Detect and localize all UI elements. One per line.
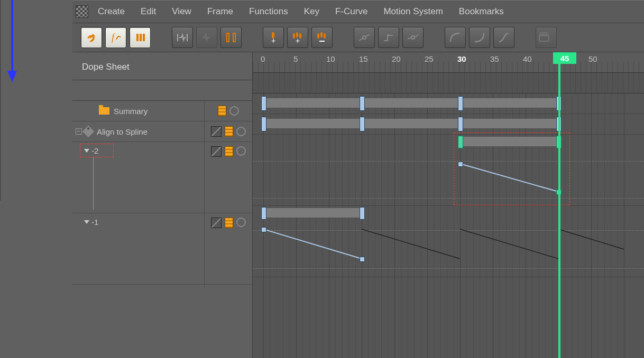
menu-motion-system[interactable]: Motion System — [383, 6, 443, 17]
dope-sheet-panel: Create Edit View Frame Functions Key F-C… — [72, 0, 644, 358]
track-label: -2 — [91, 146, 98, 155]
ease-in-button[interactable] — [469, 27, 490, 48]
svg-rect-15 — [320, 32, 323, 37]
autoscroll-button[interactable] — [172, 27, 193, 48]
keyframe[interactable] — [360, 96, 365, 111]
mute-icon[interactable] — [211, 218, 222, 228]
keyframe[interactable] — [458, 117, 463, 131]
svg-rect-16 — [324, 33, 326, 39]
chevron-down-icon[interactable] — [84, 149, 89, 153]
menu-view[interactable]: View — [172, 6, 191, 17]
curve-point[interactable] — [360, 257, 365, 262]
hierarchy-panel: Dope Sheet Summary − — [72, 52, 253, 358]
menu-frame[interactable]: Frame — [207, 6, 233, 17]
svg-point-19 — [387, 34, 389, 36]
key-mode-button[interactable] — [81, 27, 102, 48]
keyframe[interactable] — [261, 96, 266, 111]
timeline-row[interactable] — [253, 277, 644, 358]
tangent-linear-button[interactable] — [354, 27, 375, 48]
tag-icon — [82, 126, 95, 138]
ruler-tick: 35 — [490, 54, 499, 63]
timeline-row[interactable] — [253, 135, 644, 206]
record-icon[interactable] — [236, 218, 246, 227]
curve-point[interactable] — [261, 227, 266, 232]
tangent-spline-button[interactable] — [402, 27, 424, 48]
svg-rect-17 — [319, 41, 325, 42]
svg-line-28 — [558, 229, 624, 249]
track-area[interactable] — [253, 93, 644, 358]
ruler-tick: 15 — [359, 54, 368, 63]
ruler-tick: 50 — [588, 54, 597, 63]
range-button[interactable] — [220, 27, 242, 48]
timeline-row[interactable] — [253, 93, 644, 114]
menu-functions[interactable]: Functions — [249, 6, 288, 17]
playhead[interactable]: 45 — [558, 52, 560, 358]
svg-text:+: + — [271, 36, 275, 44]
track-label: -1 — [91, 218, 98, 227]
chevron-down-icon[interactable] — [84, 220, 89, 224]
curve-point[interactable] — [458, 162, 463, 167]
svg-rect-14 — [317, 33, 319, 39]
svg-text:+: + — [296, 36, 300, 44]
film-icon[interactable] — [225, 218, 233, 228]
ruler-tick: 20 — [392, 54, 401, 63]
track-align-to-spline[interactable]: − Align to Spline — [72, 121, 252, 142]
keyframe[interactable] — [261, 117, 266, 131]
mute-icon[interactable] — [211, 126, 222, 137]
menu-bar: Create Edit View Frame Functions Key F-C… — [72, 0, 644, 23]
autoscroll-off-button[interactable] — [196, 27, 217, 48]
add-key-button[interactable]: + — [263, 27, 284, 48]
ease-out-button[interactable] — [445, 27, 466, 48]
app-checker-icon[interactable] — [76, 5, 88, 18]
motion-mode-button[interactable] — [130, 27, 151, 48]
axis-arrow-icon — [4, 0, 20, 82]
ease-button[interactable] — [493, 27, 514, 48]
track-minus2[interactable]: -2 — [72, 142, 252, 213]
menu-fcurve[interactable]: F-Curve — [335, 6, 367, 17]
track-summary[interactable]: Summary — [72, 101, 252, 121]
mute-icon[interactable] — [211, 146, 222, 157]
record-icon[interactable] — [236, 127, 246, 136]
record-icon[interactable] — [229, 106, 239, 116]
folder-icon — [99, 107, 109, 115]
track-label: Summary — [114, 107, 148, 116]
ruler-tick: 25 — [425, 54, 434, 63]
panel-title: Dope Sheet — [72, 52, 252, 80]
remove-keys-button[interactable] — [311, 27, 333, 48]
svg-rect-5 — [143, 34, 145, 41]
timeline[interactable]: 05101520253035404550 45 — [253, 52, 644, 358]
camera-button[interactable] — [536, 27, 557, 48]
left-margin — [0, 0, 72, 358]
ruler-tick: 30 — [457, 54, 466, 63]
menu-edit[interactable]: Edit — [141, 6, 156, 17]
keyframe[interactable] — [360, 117, 365, 131]
film-icon[interactable] — [225, 146, 233, 157]
svg-rect-6 — [227, 33, 229, 42]
track-label: Align to Spline — [97, 127, 148, 136]
ruler-tick: 10 — [326, 54, 335, 63]
menu-create[interactable]: Create — [98, 6, 125, 17]
time-ruler[interactable]: 05101520253035404550 — [253, 52, 644, 73]
timeline-row[interactable] — [253, 114, 644, 135]
key-span[interactable] — [263, 98, 558, 108]
track-minus1[interactable]: -1 — [72, 213, 252, 285]
record-icon[interactable] — [236, 146, 246, 156]
collapse-icon[interactable]: − — [76, 128, 82, 135]
film-icon[interactable] — [225, 126, 233, 137]
playhead-label: 45 — [553, 52, 576, 64]
menu-key[interactable]: Key — [304, 6, 319, 17]
key-span[interactable] — [263, 119, 558, 128]
menu-bookmarks[interactable]: Bookmarks — [459, 6, 504, 17]
tangent-step-button[interactable] — [378, 27, 399, 48]
ruler-tick: 5 — [293, 54, 298, 63]
svg-line-26 — [362, 229, 460, 259]
fcurve-mode-button[interactable]: f — [105, 27, 126, 48]
timeline-row[interactable] — [253, 206, 644, 277]
film-icon[interactable] — [218, 106, 226, 116]
svg-rect-3 — [136, 34, 139, 41]
add-keys-button[interactable]: + — [287, 27, 308, 48]
keyframe[interactable] — [458, 96, 463, 111]
svg-line-24 — [460, 164, 558, 192]
svg-line-27 — [460, 229, 558, 259]
ruler-tick: 0 — [261, 54, 265, 63]
